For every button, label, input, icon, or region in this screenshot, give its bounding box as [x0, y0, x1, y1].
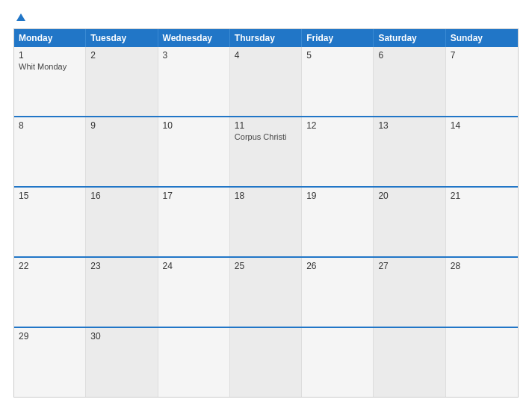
calendar-cell: 17 — [158, 188, 230, 256]
day-number: 22 — [19, 261, 81, 271]
day-number: 10 — [163, 120, 225, 131]
day-number: 21 — [451, 191, 513, 201]
calendar-cell: 20 — [374, 188, 445, 256]
calendar-header-cell: Tuesday — [86, 29, 158, 47]
day-number: 30 — [90, 331, 152, 342]
day-number: 1 — [19, 50, 81, 61]
day-number: 29 — [19, 331, 81, 342]
day-number: 26 — [306, 261, 368, 271]
calendar-cell: 25 — [230, 258, 302, 327]
calendar-body: 1Whit Monday234567891011Corpus Christi12… — [14, 47, 518, 397]
calendar-cell: 27 — [374, 258, 445, 327]
calendar-cell: 29 — [14, 328, 86, 397]
calendar-header-cell: Friday — [302, 29, 374, 47]
calendar-cell: 28 — [446, 258, 518, 327]
calendar-cell: 8 — [14, 117, 86, 186]
calendar-cell: 16 — [86, 188, 158, 256]
page: MondayTuesdayWednesdayThursdayFridaySatu… — [0, 0, 532, 411]
day-number: 14 — [451, 120, 513, 131]
day-number: 5 — [306, 50, 368, 61]
calendar-cell: 24 — [158, 258, 230, 327]
day-number: 2 — [90, 50, 152, 61]
calendar-cell — [302, 328, 374, 397]
calendar-header-cell: Wednesday — [158, 29, 230, 47]
day-number: 25 — [235, 261, 297, 271]
calendar: MondayTuesdayWednesdayThursdayFridaySatu… — [13, 28, 519, 398]
day-number: 13 — [378, 120, 440, 131]
calendar-cell: 1Whit Monday — [14, 47, 86, 116]
calendar-header-cell: Sunday — [446, 29, 518, 47]
day-number: 8 — [19, 120, 81, 131]
calendar-cell: 22 — [14, 258, 86, 327]
day-number: 19 — [306, 191, 368, 201]
calendar-cell: 12 — [302, 117, 374, 186]
calendar-cell — [446, 328, 518, 397]
calendar-cell: 3 — [158, 47, 230, 116]
calendar-cell: 11Corpus Christi — [230, 117, 302, 186]
day-number: 27 — [378, 261, 440, 271]
day-number: 20 — [378, 191, 440, 201]
day-number: 23 — [90, 261, 152, 271]
day-number: 11 — [235, 120, 297, 131]
day-number: 12 — [306, 120, 368, 131]
logo — [13, 13, 25, 21]
calendar-cell: 21 — [446, 188, 518, 256]
logo-blue-text — [13, 13, 25, 21]
header — [13, 13, 519, 21]
calendar-cell: 6 — [374, 47, 445, 116]
day-number: 9 — [90, 120, 152, 131]
calendar-cell: 15 — [14, 188, 86, 256]
calendar-cell: 9 — [86, 117, 158, 186]
day-number: 16 — [90, 191, 152, 201]
day-number: 15 — [19, 191, 81, 201]
calendar-cell: 18 — [230, 188, 302, 256]
calendar-cell: 30 — [86, 328, 158, 397]
day-event: Whit Monday — [19, 62, 81, 71]
day-number: 6 — [378, 50, 440, 61]
calendar-cell: 13 — [374, 117, 445, 186]
calendar-week: 2930 — [14, 328, 518, 397]
calendar-cell — [158, 328, 230, 397]
calendar-cell: 5 — [302, 47, 374, 116]
day-number: 3 — [163, 50, 225, 61]
calendar-week: 15161718192021 — [14, 188, 518, 258]
calendar-cell: 19 — [302, 188, 374, 256]
calendar-cell: 7 — [446, 47, 518, 116]
calendar-cell: 26 — [302, 258, 374, 327]
calendar-cell: 10 — [158, 117, 230, 186]
day-number: 18 — [235, 191, 297, 201]
calendar-cell: 14 — [446, 117, 518, 186]
calendar-header: MondayTuesdayWednesdayThursdayFridaySatu… — [14, 29, 518, 47]
calendar-week: 891011Corpus Christi121314 — [14, 117, 518, 188]
day-number: 17 — [163, 191, 225, 201]
calendar-cell: 2 — [86, 47, 158, 116]
day-number: 28 — [451, 261, 513, 271]
calendar-cell: 4 — [230, 47, 302, 116]
logo-triangle-icon — [16, 13, 25, 21]
calendar-header-cell: Monday — [14, 29, 86, 47]
calendar-cell: 23 — [86, 258, 158, 327]
calendar-week: 22232425262728 — [14, 258, 518, 328]
day-number: 7 — [451, 50, 513, 61]
day-event: Corpus Christi — [235, 132, 297, 141]
day-number: 24 — [163, 261, 225, 271]
calendar-header-cell: Thursday — [230, 29, 302, 47]
calendar-header-cell: Saturday — [374, 29, 445, 47]
calendar-week: 1Whit Monday234567 — [14, 47, 518, 117]
day-number: 4 — [235, 50, 297, 61]
calendar-cell — [374, 328, 445, 397]
calendar-cell — [230, 328, 302, 397]
